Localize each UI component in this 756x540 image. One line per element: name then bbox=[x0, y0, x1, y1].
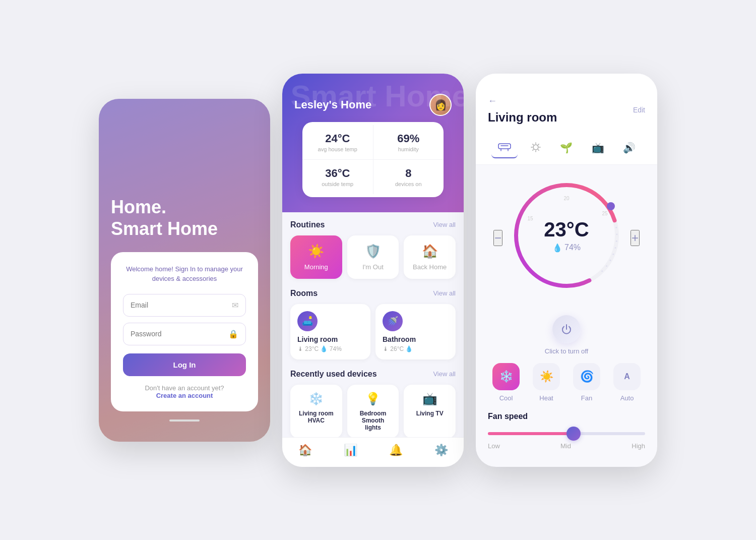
tab-ac[interactable] bbox=[491, 139, 518, 158]
rooms-view-all[interactable]: View all bbox=[433, 289, 456, 297]
routine-back-home[interactable]: 🏠 Back Home bbox=[404, 235, 456, 279]
device-tabs: 🌱 📺 🔊 bbox=[476, 133, 657, 165]
svg-point-4 bbox=[533, 145, 538, 150]
rooms-section-header: Rooms View all bbox=[290, 289, 456, 298]
devices-stat: 8 devices on bbox=[373, 160, 444, 194]
fan-high-label: High bbox=[632, 442, 645, 450]
humidity-label: humidity bbox=[382, 146, 436, 152]
room-living-room[interactable]: 🛋️ Living room 🌡 23°C 💧 74% bbox=[290, 304, 370, 359]
bathroom-icon-wrap: 🚿 bbox=[383, 311, 403, 331]
svg-line-9 bbox=[533, 144, 533, 144]
lights-name: Bedroom Smooth lights bbox=[353, 410, 393, 431]
mode-auto[interactable]: A Auto bbox=[613, 363, 641, 402]
mode-heat[interactable]: ☀️ Heat bbox=[533, 363, 560, 402]
tab-plant[interactable]: 🌱 bbox=[554, 139, 579, 158]
room-bathroom[interactable]: 🚿 Bathroom 🌡 26°C 💧 bbox=[375, 304, 456, 359]
mode-cool[interactable]: ❄️ Cool bbox=[492, 363, 520, 402]
tv-tab-icon: 📺 bbox=[592, 142, 604, 154]
living-room-screen: ← Living room Edit bbox=[476, 74, 657, 467]
email-icon: ✉ bbox=[232, 301, 238, 310]
svg-rect-0 bbox=[498, 144, 511, 149]
avg-temp-stat: 24°C avg house temp bbox=[302, 125, 373, 159]
cool-mode-icon: ❄️ bbox=[492, 363, 520, 390]
routines-section-header: Routines View all bbox=[290, 220, 456, 229]
water-drop-icon: 💧 bbox=[552, 243, 562, 253]
device-hvac[interactable]: ❄️ Living room HVAC bbox=[290, 385, 342, 437]
temp-value: 23°C bbox=[544, 218, 589, 241]
nav-notifications[interactable]: 🔔 bbox=[373, 444, 418, 457]
power-section: Click to turn off bbox=[476, 315, 657, 355]
speaker-tab-icon: 🔊 bbox=[623, 142, 636, 154]
lock-icon: 🔒 bbox=[228, 329, 238, 339]
tab-speaker[interactable]: 🔊 bbox=[617, 139, 642, 158]
stats-row-top: 24°C avg house temp 69% humidity bbox=[302, 125, 444, 159]
edit-button[interactable]: Edit bbox=[633, 106, 645, 114]
svg-point-42 bbox=[615, 226, 617, 228]
mode-fan[interactable]: 🌀 Fan bbox=[573, 363, 600, 402]
hvac-icon: ❄️ bbox=[296, 392, 336, 406]
home-scroll: Routines View all ☀️ Morning 🛡️ I'm Out … bbox=[282, 212, 464, 437]
svg-point-49 bbox=[601, 270, 603, 272]
nav-settings[interactable]: ⚙️ bbox=[418, 444, 464, 457]
devices-row: ❄️ Living room HVAC 💡 Bedroom Smooth lig… bbox=[290, 385, 456, 437]
fan-low-label: Low bbox=[488, 442, 500, 450]
svg-point-48 bbox=[606, 265, 607, 267]
heat-mode-icon: ☀️ bbox=[533, 363, 560, 390]
title-group: ← Living room bbox=[488, 96, 557, 125]
room-control-title: Living room bbox=[488, 110, 557, 125]
watermark: Smart Home bbox=[291, 79, 464, 113]
svg-point-44 bbox=[616, 240, 617, 242]
device-lights[interactable]: 💡 Bedroom Smooth lights bbox=[347, 385, 399, 437]
outside-temp-stat: 36°C outside temp bbox=[302, 160, 373, 194]
avg-temp-label: avg house temp bbox=[310, 146, 365, 152]
fan-slider-wrap: Low Mid High bbox=[488, 428, 645, 462]
outside-temp-value: 36°C bbox=[310, 167, 365, 180]
email-field[interactable]: ✉ bbox=[123, 294, 246, 317]
create-account-link[interactable]: Create an account bbox=[123, 392, 246, 399]
stats-row-bottom: 36°C outside temp 8 devices on bbox=[302, 160, 444, 194]
fan-label: Fan bbox=[581, 394, 592, 402]
routine-morning[interactable]: ☀️ Morning bbox=[290, 235, 342, 279]
svg-point-43 bbox=[616, 233, 617, 235]
login-subtitle: Welcome home! Sign In to manage your dev… bbox=[123, 264, 246, 284]
auto-label: Auto bbox=[620, 394, 634, 402]
fan-speed-slider[interactable] bbox=[488, 432, 645, 435]
tab-light[interactable] bbox=[524, 139, 547, 158]
room-control-header: ← Living room Edit bbox=[476, 74, 657, 133]
svg-point-45 bbox=[614, 247, 616, 248]
device-tv[interactable]: 📺 Living TV bbox=[404, 385, 456, 437]
humidity-stat: 69% humidity bbox=[373, 125, 444, 159]
power-button[interactable] bbox=[552, 315, 581, 343]
devices-on-label: devices on bbox=[382, 181, 436, 187]
cool-label: Cool bbox=[499, 394, 513, 402]
email-input[interactable] bbox=[131, 301, 232, 309]
tab-tv[interactable]: 📺 bbox=[586, 139, 610, 158]
stats-card: 24°C avg house temp 69% humidity 36°C ou… bbox=[302, 122, 444, 197]
temp-increase-button[interactable]: + bbox=[631, 230, 640, 246]
temp-decrease-button[interactable]: − bbox=[493, 230, 502, 246]
nav-home[interactable]: 🏠 bbox=[282, 444, 328, 457]
morning-label: Morning bbox=[296, 263, 336, 271]
fan-mid-label: Mid bbox=[560, 442, 571, 450]
login-content: Home. Smart Home Welcome home! Sign In t… bbox=[99, 196, 270, 421]
bathroom-stats: 🌡 26°C 💧 bbox=[383, 345, 449, 352]
hvac-name: Living room HVAC bbox=[296, 410, 336, 424]
password-field[interactable]: 🔒 bbox=[123, 323, 246, 345]
nav-stats[interactable]: 📊 bbox=[328, 444, 373, 457]
im-out-label: I'm Out bbox=[353, 263, 393, 271]
tv-name: Living TV bbox=[410, 410, 450, 417]
routine-im-out[interactable]: 🛡️ I'm Out bbox=[347, 235, 399, 279]
morning-icon: ☀️ bbox=[296, 244, 336, 259]
humidity-display: 💧 74% bbox=[544, 243, 589, 253]
routines-title: Routines bbox=[290, 220, 325, 229]
fan-speed-section: Fan speed Low Mid High bbox=[476, 412, 657, 462]
ac-tab-icon bbox=[497, 142, 512, 154]
back-home-icon: 🏠 bbox=[410, 244, 450, 259]
password-input[interactable] bbox=[131, 330, 228, 338]
devices-view-all[interactable]: View all bbox=[433, 370, 456, 378]
lights-icon: 💡 bbox=[353, 392, 393, 406]
login-button[interactable]: Log In bbox=[123, 353, 246, 376]
routines-view-all[interactable]: View all bbox=[433, 221, 456, 228]
svg-point-46 bbox=[612, 253, 614, 255]
back-arrow-icon[interactable]: ← bbox=[488, 96, 557, 106]
